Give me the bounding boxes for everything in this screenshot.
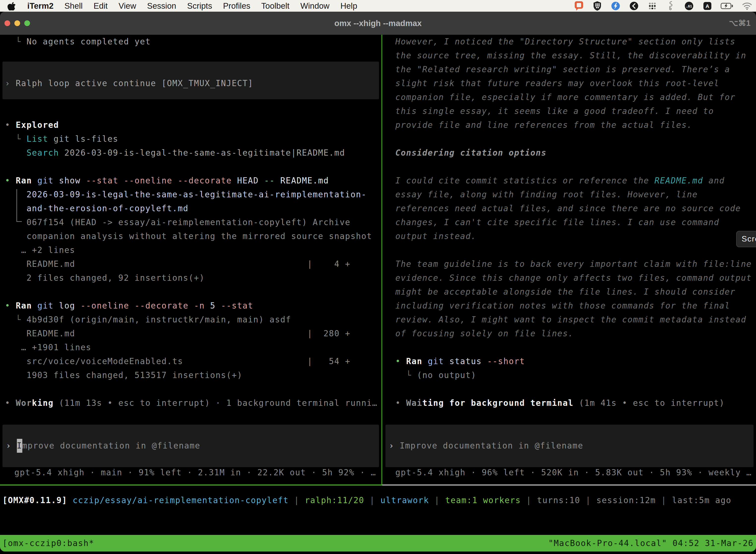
menu-bar-left: iTerm2 ShellEditViewSessionScriptsProfil… xyxy=(0,0,357,12)
prompt-input-right-text[interactable]: › Improve documentation in @filename xyxy=(385,439,754,453)
pane-right[interactable]: However, I noticed the "Directory Struct… xyxy=(383,35,756,485)
iterm2-window: omx --xhigh --madmax ⌥⌘1 └ No agents com… xyxy=(0,12,756,552)
status-line-left: gpt-5.4 xhigh · main · 91% left · 2.31M … xyxy=(0,466,381,480)
terminal-row: 2026-03-09-is-legal-the-same-as-legitima… xyxy=(0,188,381,202)
macos-menu-bar: iTerm2 ShellEditViewSessionScriptsProfil… xyxy=(0,0,756,12)
battery-icon[interactable] xyxy=(720,0,734,12)
terminal-row: the "Related research writing" section i… xyxy=(383,63,756,76)
terminal-row: essay file, along with finding root file… xyxy=(383,188,756,202)
terminal-row: └ 4b9d30f (origin/main, instructkr/main,… xyxy=(0,313,381,327)
window-shortcut-badge: ⌥⌘1 xyxy=(729,12,751,35)
terminal-row: └ (no output) xyxy=(383,368,756,382)
text-cursor: I xyxy=(17,439,22,453)
terminal-row: README.md | 280 + xyxy=(0,327,381,340)
status-line-right: gpt-5.4 xhigh · 96% left · 520K in · 5.8… xyxy=(383,466,756,480)
menu-item-scripts[interactable]: Scripts xyxy=(187,1,212,11)
menu-item-shell[interactable]: Shell xyxy=(64,1,82,11)
menu-item-edit[interactable]: Edit xyxy=(93,1,108,11)
terminal-row: • Explored xyxy=(0,118,381,132)
terminal-row: 2 files changed, 92 insertions(+) xyxy=(0,271,381,285)
window-titlebar[interactable]: omx --xhigh --madmax ⌥⌘1 xyxy=(0,12,756,35)
svg-text:..61: ..61 xyxy=(686,4,692,8)
pane-divider-horizontal-inactive[interactable] xyxy=(382,485,756,486)
prompt-input-left[interactable]: › Improve documentation in @filename xyxy=(2,425,379,467)
terminal-row: references need actual files, and since … xyxy=(383,202,756,215)
menu-item-window[interactable]: Window xyxy=(300,1,329,11)
terminal-row: slight risk that future readers may over… xyxy=(383,76,756,90)
chat-app-icon[interactable] xyxy=(573,0,584,12)
terminal-row: src/voice/voiceModeEnabled.ts | 54 + xyxy=(0,354,381,368)
terminal-row: Search 2026-03-09-is-legal-the-same-as-l… xyxy=(0,146,381,160)
record-circle-icon[interactable] xyxy=(629,0,639,12)
menu-item-profiles[interactable]: Profiles xyxy=(223,1,250,11)
terminal-row: However, I noticed the "Directory Struct… xyxy=(383,35,756,49)
terminal-row: … +2 lines xyxy=(0,243,381,257)
terminal-row: Considering citation options xyxy=(383,146,756,160)
terminal-row: 1903 files changed, 513517 insertions(+) xyxy=(0,368,381,382)
terminal-area: └ No agents completed yet› Ralph loop ac… xyxy=(0,35,756,535)
prompt-chevron: › xyxy=(389,441,400,450)
terminal-row: and-the-erosion-of-copyleft.md xyxy=(0,202,381,215)
terminal-row: › Ralph loop active continue [OMX_TMUX_I… xyxy=(0,76,381,90)
terminal-row: of focusing solely on file lines. xyxy=(383,327,756,340)
terminal-row: • Ran git log --oneline --decorate -n 5 … xyxy=(0,299,381,313)
omx-status-line: [OMX#0.11.9] cczip/essay/ai-reimplementa… xyxy=(0,493,756,507)
input-source-icon[interactable]: A xyxy=(702,0,713,12)
shield-grid-icon[interactable] xyxy=(592,0,603,12)
terminal-row: └ List git ls-files xyxy=(0,132,381,146)
prompt-input-left-text[interactable]: › Improve documentation in @filename xyxy=(2,439,379,453)
screen-notification-overlay[interactable]: Scre xyxy=(736,231,756,247)
terminal-row: evidence. Since this change only affects… xyxy=(383,271,756,285)
terminal-row: review. Also, I might want to inspect th… xyxy=(383,313,756,327)
menu-item-view[interactable]: View xyxy=(119,1,136,11)
pane-divider-horizontal-active[interactable] xyxy=(0,485,382,486)
menu-item-help[interactable]: Help xyxy=(340,1,357,11)
terminal-row: • Ran git show --stat --oneline --decora… xyxy=(0,174,381,188)
squiggle-icon[interactable] xyxy=(665,0,676,12)
terminal-row: • Working (11m 13s • esc to interrupt) ·… xyxy=(0,396,381,410)
terminal-row: the source tree, missing the essay. Stil… xyxy=(383,49,756,63)
terminal-row: this single essay, it seems like a good … xyxy=(383,104,756,118)
svg-text:A: A xyxy=(705,3,709,9)
terminal-row: The team guideline is to back every impo… xyxy=(383,257,756,271)
blue-badge-icon[interactable] xyxy=(610,0,621,12)
menu-item-app[interactable]: iTerm2 xyxy=(27,1,54,11)
prompt-input-right[interactable]: › Improve documentation in @filename xyxy=(385,425,754,467)
cloud-badge-icon[interactable]: ..61 xyxy=(684,0,694,12)
terminal-row: • Ran git status --short xyxy=(383,354,756,368)
terminal-row: including verification notes with those … xyxy=(383,299,756,313)
terminal-row: … +1901 lines xyxy=(0,340,381,354)
terminal-row: I could cite commit statistics or refere… xyxy=(383,174,756,188)
terminal-row: provide file and line references from th… xyxy=(383,118,756,132)
pane-divider-vertical[interactable] xyxy=(381,35,382,486)
terminal-row: might be acceptable alongside the file l… xyxy=(383,285,756,299)
dots-grid-icon[interactable] xyxy=(647,0,658,12)
terminal-row: 067f154 (HEAD -> essay/ai-reimplementati… xyxy=(0,215,381,229)
apple-menu-icon[interactable] xyxy=(7,1,16,10)
terminal-row: changes, I can't cite specific file line… xyxy=(383,215,756,229)
terminal-row: companion file, especially if more comme… xyxy=(383,90,756,104)
terminal-row: output instead. xyxy=(383,229,756,243)
tmux-window-label[interactable]: [omx-cczip0:bash* xyxy=(2,535,94,552)
terminal-row: README.md | 4 + xyxy=(0,257,381,271)
terminal-row: • Waiting for background terminal (1m 41… xyxy=(383,396,756,410)
terminal-row: companion analysis without altering the … xyxy=(0,229,381,243)
menu-bar-status-icons: ..61A xyxy=(573,0,756,12)
tmux-host-clock: "MacBook-Pro-44.local" 04:52 31-Mar-26 xyxy=(548,535,754,552)
pane-left[interactable]: └ No agents completed yet› Ralph loop ac… xyxy=(0,35,381,485)
wifi-icon[interactable] xyxy=(742,0,753,12)
menu-items: ShellEditViewSessionScriptsProfilesToolb… xyxy=(64,1,358,11)
tmux-status-bar: [omx-cczip0:bash* "MacBook-Pro-44.local"… xyxy=(0,535,756,552)
menu-item-session[interactable]: Session xyxy=(147,1,176,11)
terminal-row: └ No agents completed yet xyxy=(0,35,381,49)
window-title: omx --xhigh --madmax xyxy=(0,12,756,35)
prompt-chevron: › xyxy=(6,441,17,450)
menu-item-toolbelt[interactable]: Toolbelt xyxy=(261,1,290,11)
